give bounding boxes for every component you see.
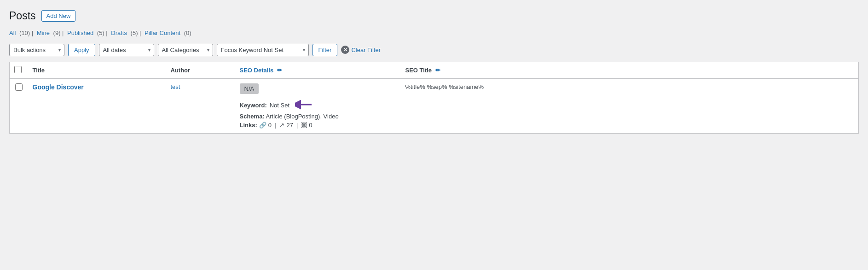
seo-title-edit-icon[interactable]: ✏ (435, 67, 440, 74)
dates-select[interactable]: All dates (99, 44, 154, 56)
focus-keyword-select[interactable]: Focus Keyword Not Set (217, 44, 309, 56)
seo-title-value: %title% %sep% %sitename% (405, 83, 484, 90)
page-title: Posts (9, 9, 36, 23)
links-row: Links: 🔗 0 | ↗ 27 | 🖼 0 (240, 122, 396, 129)
th-checkbox (10, 62, 28, 78)
table-header-row: Title Author SEO Details ✏ SEO Title ✏ (10, 62, 859, 78)
th-seo-title-label: SEO Title (405, 67, 432, 74)
th-author: Author (166, 62, 235, 78)
filter-mine[interactable]: Mine (35, 29, 50, 36)
links-images-count: 0 (309, 122, 312, 129)
sep-4: (5) | (129, 29, 141, 36)
keyword-label: Keyword: (240, 102, 267, 109)
apply-button[interactable]: Apply (68, 44, 95, 56)
row-seo-title-cell: %title% %sep% %sitename% (401, 78, 859, 133)
focus-keyword-dropdown-wrapper: Focus Keyword Not Set ▾ (217, 44, 309, 56)
clear-filter-icon: ✕ (341, 46, 349, 54)
seo-details-edit-icon[interactable]: ✏ (277, 67, 282, 74)
bulk-actions-select[interactable]: Bulk actions (9, 44, 64, 56)
table-nav: Bulk actions ▾ Apply All dates ▾ All Cat… (9, 42, 859, 58)
filter-pillar-content[interactable]: Pillar Content (143, 29, 180, 36)
schema-label: Schema: (240, 113, 265, 120)
author-link[interactable]: test (171, 83, 180, 90)
posts-table: Title Author SEO Details ✏ SEO Title ✏ (9, 62, 859, 134)
sep-2: (9) | (52, 29, 64, 36)
na-score: N/A (240, 83, 259, 94)
post-status-filter: All (10) | Mine (9) | Published (5) | Dr… (9, 29, 859, 36)
schema-row: Schema: Article (BlogPosting), Video (240, 113, 396, 120)
th-seo-details-label: SEO Details (240, 67, 274, 74)
row-checkbox[interactable] (15, 83, 23, 91)
add-new-button[interactable]: Add New (41, 10, 76, 22)
select-all-checkbox[interactable] (14, 66, 22, 73)
th-title: Title (28, 62, 166, 78)
clear-filter-label: Clear Filter (351, 47, 381, 53)
th-title-label: Title (33, 67, 45, 74)
dates-dropdown-wrapper: All dates ▾ (99, 44, 154, 56)
link-icon: 🔗 (259, 122, 266, 129)
links-external-count: 27 (286, 122, 293, 129)
sep-1: (10) | (17, 29, 33, 36)
arrow-indicator (295, 100, 314, 111)
bulk-actions-dropdown-wrapper: Bulk actions ▾ (9, 44, 64, 56)
links-internal-count: 0 (268, 122, 272, 129)
table-row: Google Discover test N/A Keyword: Not Se… (10, 78, 859, 133)
th-seo-title: SEO Title ✏ (401, 62, 859, 78)
links-sep-1: | (275, 122, 276, 129)
keyword-row: Keyword: Not Set (240, 100, 396, 111)
categories-select[interactable]: All Categories (158, 44, 213, 56)
keyword-value: Not Set (270, 102, 289, 109)
filter-published[interactable]: Published (65, 29, 93, 36)
sep-3: (5) | (95, 29, 108, 36)
filter-drafts[interactable]: Drafts (110, 29, 127, 36)
clear-filter-link[interactable]: ✕ Clear Filter (341, 46, 381, 54)
post-title-link[interactable]: Google Discover (33, 83, 84, 91)
row-author-cell: test (166, 78, 235, 133)
th-author-label: Author (171, 67, 191, 74)
links-sep-2: | (296, 122, 298, 129)
row-title-cell: Google Discover (28, 78, 166, 133)
external-link-icon: ↗ (279, 122, 284, 129)
links-label: Links: (240, 122, 257, 129)
categories-dropdown-wrapper: All Categories ▾ (158, 44, 213, 56)
schema-value: Article (BlogPosting), Video (266, 113, 339, 120)
row-seo-details-cell: N/A Keyword: Not Set (235, 78, 401, 133)
row-checkbox-cell (10, 78, 28, 133)
page-header: Posts Add New (9, 9, 859, 23)
th-seo-details: SEO Details ✏ (235, 62, 401, 78)
seo-score-badge: N/A (240, 83, 396, 97)
filter-button[interactable]: Filter (312, 44, 338, 56)
filter-all[interactable]: All (9, 29, 16, 36)
image-icon: 🖼 (301, 122, 307, 129)
sep-5: (0) (182, 29, 191, 36)
arrow-svg (295, 100, 314, 110)
